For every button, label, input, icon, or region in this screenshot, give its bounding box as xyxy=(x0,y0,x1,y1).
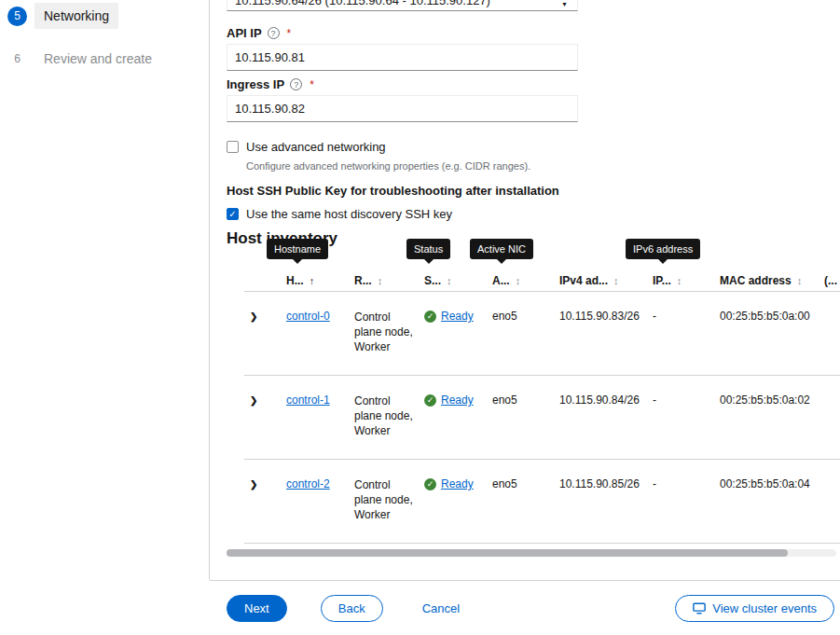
sort-icon[interactable]: ↕ xyxy=(613,275,619,286)
header-mac-address[interactable]: MAC address ↕ xyxy=(720,274,824,287)
ingress-ip-label: Ingress IP xyxy=(227,77,284,91)
status-cell: ✓ Ready xyxy=(424,310,492,323)
ipv4-cell: 10.115.90.84/26 xyxy=(559,393,653,407)
required-asterisk: * xyxy=(287,27,292,40)
header-clipped-column[interactable]: (... xyxy=(824,274,840,287)
hostname-link[interactable]: control-2 xyxy=(286,477,330,490)
wizard-step-review-and-create[interactable]: 6 Review and create xyxy=(7,46,161,72)
header-active-nic-label: A... xyxy=(492,274,510,287)
tooltip-hostname-text: Hostname xyxy=(274,243,321,255)
role-cell: Control plane node, Worker xyxy=(354,477,424,522)
tooltip-arrow xyxy=(292,258,303,264)
expand-cell: ❯ xyxy=(244,393,286,407)
ingress-ip-input[interactable] xyxy=(227,95,578,122)
ssh-section-title: Host SSH Public Key for troubleshooting … xyxy=(227,184,559,198)
active-nic-cell: eno5 xyxy=(492,477,559,490)
table-row: ❯ control-2 Control plane node, Worker ✓… xyxy=(244,460,840,544)
header-hostname[interactable]: H... ↑ xyxy=(286,274,354,287)
advanced-networking-checkbox[interactable] xyxy=(227,141,239,153)
mac-cell: 00:25:b5:b5:0a:02 xyxy=(720,393,824,407)
role-cell: Control plane node, Worker xyxy=(354,393,424,438)
wizard-footer: Next Back Cancel View cluster events xyxy=(210,580,840,635)
sort-icon[interactable]: ↕ xyxy=(797,275,803,286)
machine-network-selected-value: 10.115.90.64/26 (10.115.90.64 - 10.115.9… xyxy=(235,0,490,7)
step-number-6: 6 xyxy=(7,49,27,69)
status-link[interactable]: Ready xyxy=(441,393,474,407)
sort-icon[interactable]: ↕ xyxy=(447,275,452,286)
header-ipv4-label: IPv4 ad... xyxy=(559,274,608,287)
table-row: ❯ control-1 Control plane node, Worker ✓… xyxy=(244,376,840,460)
expand-cell: ❯ xyxy=(244,310,286,323)
header-role[interactable]: R... ↕ xyxy=(354,273,424,288)
header-ipv6-label: IP... xyxy=(653,274,671,287)
active-nic-cell: eno5 xyxy=(492,310,559,323)
advanced-networking-helper: Configure advanced networking properties… xyxy=(246,160,530,172)
role-cell: Control plane node, Worker xyxy=(354,310,424,354)
header-ipv6[interactable]: IP... ↕ xyxy=(653,274,720,287)
step-label-review-and-create: Review and create xyxy=(34,46,161,72)
hostname-cell: control-0 xyxy=(286,310,354,323)
sort-icon[interactable]: ↕ xyxy=(378,273,383,288)
tooltip-arrow xyxy=(657,258,668,264)
api-ip-label: API IP xyxy=(227,26,262,40)
tooltip-arrow xyxy=(423,258,434,264)
tooltip-status: Status xyxy=(406,239,450,259)
ipv6-cell: - xyxy=(653,310,720,323)
header-status-label: S... xyxy=(424,274,441,287)
expand-row-chevron-icon[interactable]: ❯ xyxy=(250,311,257,322)
same-ssh-key-checkbox[interactable]: ✓ xyxy=(227,208,239,220)
status-cell: ✓ Ready xyxy=(424,393,492,407)
host-inventory-table: H... ↑ R... ↕ S... ↕ A... ↕ IPv4 ad... ↕… xyxy=(244,270,840,544)
tooltip-hostname: Hostname xyxy=(267,239,328,259)
machine-network-select[interactable]: 10.115.90.64/26 (10.115.90.64 - 10.115.9… xyxy=(227,0,578,11)
tooltip-active-nic: Active NIC xyxy=(470,239,533,259)
mac-cell: 00:25:b5:b5:0a:04 xyxy=(720,477,824,490)
header-status[interactable]: S... ↕ xyxy=(424,274,492,287)
sort-icon[interactable]: ↕ xyxy=(516,275,521,286)
header-active-nic[interactable]: A... ↕ xyxy=(492,274,559,287)
header-hostname-label: H... xyxy=(286,274,304,287)
sort-icon[interactable]: ↕ xyxy=(677,275,682,286)
status-cell: ✓ Ready xyxy=(424,477,492,490)
expand-row-chevron-icon[interactable]: ❯ xyxy=(250,479,257,490)
view-cluster-events-button[interactable]: View cluster events xyxy=(675,595,834,622)
status-link[interactable]: Ready xyxy=(441,310,474,323)
advanced-networking-row: Use advanced networking xyxy=(227,140,386,154)
header-ipv4[interactable]: IPv4 ad... ↕ xyxy=(559,274,653,287)
wizard-step-networking[interactable]: 5 Networking xyxy=(7,3,118,29)
hostname-link[interactable]: control-0 xyxy=(286,310,330,323)
status-link[interactable]: Ready xyxy=(441,477,474,490)
api-ip-label-row: API IP ? * xyxy=(227,26,291,40)
back-button[interactable]: Back xyxy=(321,595,383,622)
horizontal-scrollbar-thumb[interactable] xyxy=(227,549,788,557)
caret-down-icon: ▼ xyxy=(561,1,568,7)
networking-step-content: 10.115.90.64/26 (10.115.90.64 - 10.115.9… xyxy=(211,0,840,580)
hostname-cell: control-1 xyxy=(286,393,354,407)
tooltip-status-text: Status xyxy=(414,243,443,255)
header-mac-address-label: MAC address xyxy=(720,274,792,287)
status-ready-icon: ✓ xyxy=(424,394,436,407)
header-role-label: R... xyxy=(354,273,372,288)
cancel-button[interactable]: Cancel xyxy=(413,596,469,621)
check-icon: ✓ xyxy=(228,210,236,219)
same-ssh-key-row: ✓ Use the same host discovery SSH key xyxy=(227,207,452,221)
horizontal-scrollbar-track xyxy=(227,549,836,557)
ipv6-cell: - xyxy=(653,477,720,490)
same-ssh-key-label: Use the same host discovery SSH key xyxy=(246,207,452,221)
tooltip-arrow xyxy=(496,258,507,264)
wizard-nav: 5 Networking 6 Review and create xyxy=(0,0,210,580)
next-button[interactable]: Next xyxy=(227,595,287,622)
sort-ascending-icon[interactable]: ↑ xyxy=(310,275,315,286)
table-row: ❯ control-0 Control plane node, Worker ✓… xyxy=(244,292,840,376)
help-icon[interactable]: ? xyxy=(290,78,302,90)
expand-row-chevron-icon[interactable]: ❯ xyxy=(250,395,257,406)
expand-cell: ❯ xyxy=(244,477,286,490)
ipv6-cell: - xyxy=(653,393,720,407)
advanced-networking-label: Use advanced networking xyxy=(246,140,386,154)
header-clipped-label: (... xyxy=(824,274,837,287)
help-icon[interactable]: ? xyxy=(268,27,280,39)
status-ready-icon: ✓ xyxy=(424,311,436,323)
hostname-link[interactable]: control-1 xyxy=(286,393,330,407)
table-header-row: H... ↑ R... ↕ S... ↕ A... ↕ IPv4 ad... ↕… xyxy=(244,270,840,292)
api-ip-input[interactable] xyxy=(227,44,578,71)
